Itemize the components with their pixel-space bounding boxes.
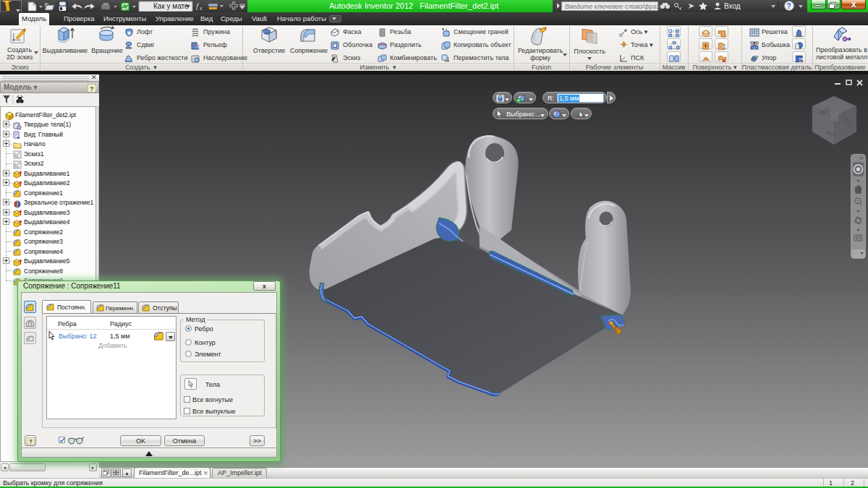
svg-text:Как у мате: Как у мате <box>153 2 189 10</box>
svg-text:?: ? <box>787 2 791 10</box>
svg-text:Вход: Вход <box>724 2 741 10</box>
svg-text:Введите ключевое слово/фразу: Введите ключевое слово/фразу <box>565 3 663 10</box>
svg-text:x: x <box>199 5 203 12</box>
svg-text:?: ? <box>29 439 33 445</box>
svg-text:?: ? <box>90 85 94 93</box>
